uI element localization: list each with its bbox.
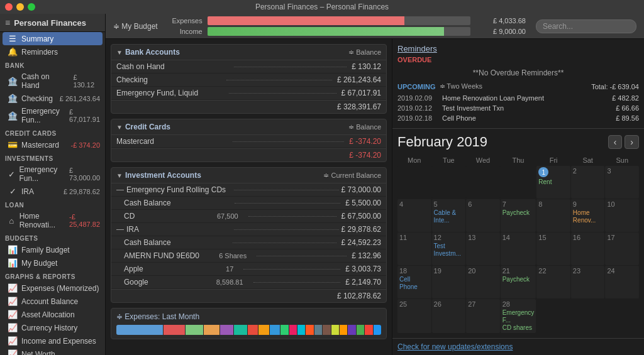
calendar-cell[interactable]: 19 [432,266,466,298]
inv-group-ira[interactable]: — IRA £ 29,878.62 [111,223,386,236]
calendar-cell[interactable]: 5Cable & Inte... [432,199,466,232]
calendar-cell[interactable]: 3 [605,166,639,199]
sidebar-item-family-budget[interactable]: 📊 Family Budget [0,243,105,256]
inv-row-cd[interactable]: CD 67,500 £ 67,500.00 [111,210,386,223]
expense-segment [306,325,313,335]
sidebar-item-cash-on-hand[interactable]: 🏦 Cash on Hand £ 130.12 [0,70,105,92]
sidebar-item-net-worth[interactable]: 📈 Net Worth [0,347,105,355]
income-bar-row: Income £ 9,000.00 [168,27,526,36]
calendar-cell[interactable]: 15 [536,232,570,265]
calendar-cell[interactable]: 26 [432,299,466,333]
sidebar-item-checking-value: £ 261,243.64 [60,95,100,102]
minimize-button[interactable] [16,3,24,11]
calendar-cell[interactable]: 28Emergency F...CD shares [501,299,536,333]
calendar-cell[interactable]: 20 [466,266,500,298]
calendar-prev-button[interactable]: ‹ [608,135,623,149]
sidebar-item-summary[interactable]: ☰ Summary [3,32,103,45]
calendar-event[interactable]: Home Renov... [573,209,603,224]
search-input[interactable] [536,19,636,33]
calendar-cell[interactable]: 6 [466,199,500,232]
calendar-cell[interactable]: 27 [466,299,500,333]
sidebar-item-emergency-inv[interactable]: ✓ Emergency Fun... £ 73,000.00 [0,163,105,185]
calendar-next-button[interactable]: › [625,135,639,149]
sidebar-item-checking[interactable]: 🏦 Checking £ 261,243.64 [0,92,105,105]
calendar-event[interactable]: Cable & Inte... [434,209,464,224]
calendar-cell[interactable]: 10 [605,199,639,232]
dots [234,229,339,230]
reminders-title[interactable]: Reminders [397,44,639,53]
sidebar-item-ira[interactable]: ✓ IRA £ 29,878.62 [0,185,105,198]
bank-accounts-balance-label: ≑ Balance [348,48,381,57]
calendar-cell[interactable]: 11 [397,232,431,265]
maximize-button[interactable] [28,3,35,11]
sidebar-item-expenses-mem-label: Expenses (Memorized) [21,284,99,293]
bank-total-row: £ 328,391.67 [111,100,386,113]
budget-label[interactable]: ≑ My Budget [113,22,158,31]
calendar-cell[interactable]: 22 [536,266,570,298]
inv-row-apple[interactable]: Apple 17 £ 3,003.73 [111,263,386,276]
calendar-cell[interactable]: 17 [605,232,639,265]
calendar-cell[interactable]: 9Home Renov... [571,199,605,232]
calendar-event[interactable]: Paycheck [502,209,535,217]
sidebar-item-asset-allocation[interactable]: 📈 Asset Allocation [0,308,105,321]
calendar-event[interactable]: Cell Phone [399,276,430,291]
reminder-item-2[interactable]: 2019.02.12 Test Investment Txn £ 66.66 [397,103,639,113]
calendar-cell[interactable]: 1Rent [536,166,570,199]
calendar-cell[interactable]: 16 [571,232,605,265]
reminder-amount-1: £ 482.82 [612,94,639,102]
calendar-cell[interactable]: 2 [571,166,605,199]
calendar-event[interactable]: CD shares [502,324,535,332]
calendar-day-number: 28 [502,300,535,308]
calendar-cell[interactable]: 7Paycheck [501,199,536,232]
calendar-event[interactable]: Rent [538,178,569,186]
calendar-month-year: February 2019 [397,134,487,150]
calendar-cell[interactable]: 18Cell Phone [397,266,431,298]
reminder-name-2: Test Investment Txn [442,104,612,112]
inv-row-cash-bal[interactable]: Cash Balance £ 5,500.00 [111,197,386,210]
bank-row-emergency[interactable]: Emergency Fund, Liquid £ 67,017.91 [111,87,386,100]
graph-icon-6: 📈 [8,349,18,355]
reminder-item-3[interactable]: 2019.02.18 Cell Phone £ 89.56 [397,113,639,123]
bank-row-checking[interactable]: Checking £ 261,243.64 [111,74,386,87]
sidebar-item-emergency-inv-value: £ 73,000.00 [69,167,100,182]
calendar-cell[interactable]: 25 [397,299,431,333]
sidebar-item-mastercard[interactable]: 💳 Mastercard -£ 374.20 [0,138,105,151]
calendar-cell[interactable]: 12Test Investm... [432,232,466,265]
investment-header[interactable]: ▼ Investment Accounts ≑ Current Balance [111,168,386,183]
sidebar-item-income-expenses[interactable]: 📈 Income and Expenses [0,334,105,347]
inv-emergency-name: Emergency Fund Rolling CDs [126,185,231,194]
bank-icon: 🏦 [8,77,18,86]
bank-accounts-header[interactable]: ▼ Bank Accounts ≑ Balance [111,45,386,60]
triangle-icon-2: ▼ [116,124,123,131]
sidebar-item-my-budget[interactable]: 📊 My Budget [0,256,105,270]
calendar-cell[interactable]: 13 [466,232,500,265]
calendar-cell[interactable]: 4 [397,199,431,232]
calendar-cell[interactable]: 23 [571,266,605,298]
reminder-item-1[interactable]: 2019.02.09 Home Renovation Loan Payment … [397,93,639,103]
sidebar-item-reminders[interactable]: 🔔 Reminders [0,45,105,58]
calendar-event[interactable]: Emergency F... [502,309,535,324]
check-updates-link[interactable]: Check for new updates/extensions [392,338,644,355]
inv-row-google[interactable]: Google 8,598.81 £ 2,149.70 [111,276,386,289]
credit-cards-header[interactable]: ▼ Credit Cards ≑ Balance [111,119,386,135]
bank-row-cash[interactable]: Cash on Hand £ 130.12 [111,60,386,74]
sidebar-item-account-balance[interactable]: 📈 Account Balance [0,295,105,308]
inv-group-emergency[interactable]: — Emergency Fund Rolling CDs £ 73,000.00 [111,183,386,197]
inv-row-ira-cash[interactable]: Cash Balance £ 24,592.23 [111,236,386,249]
sidebar-item-expenses-memorized[interactable]: 📈 Expenses (Memorized) [0,281,105,295]
investment-title: Investment Accounts [125,171,201,180]
calendar-cell[interactable]: 14 [501,232,536,265]
calendar-cell[interactable]: 8 [536,199,570,232]
calendar-event[interactable]: Paycheck [502,276,535,283]
check-icon: ✓ [8,170,15,179]
inv-row-amern[interactable]: AMERN FUND 9E6D0 6 Shares £ 132.96 [111,249,386,263]
sidebar-item-home-renovation[interactable]: ⌂ Home Renovati... -£ 25,487.82 [0,210,105,231]
sidebar-item-currency-history[interactable]: 📈 Currency History [0,321,105,334]
calendar-cell[interactable]: 24 [605,266,639,298]
sidebar-item-emergency-fund[interactable]: 🏦 Emergency Fun... £ 67,017.91 [0,105,105,126]
calendar-cell[interactable]: 21Paycheck [501,266,536,298]
close-button[interactable] [5,3,13,11]
cc-row-mastercard[interactable]: Mastercard £ -374.20 [111,135,386,148]
graph-icon-2: 📈 [8,297,18,306]
calendar-event[interactable]: Test Investm... [434,243,464,258]
